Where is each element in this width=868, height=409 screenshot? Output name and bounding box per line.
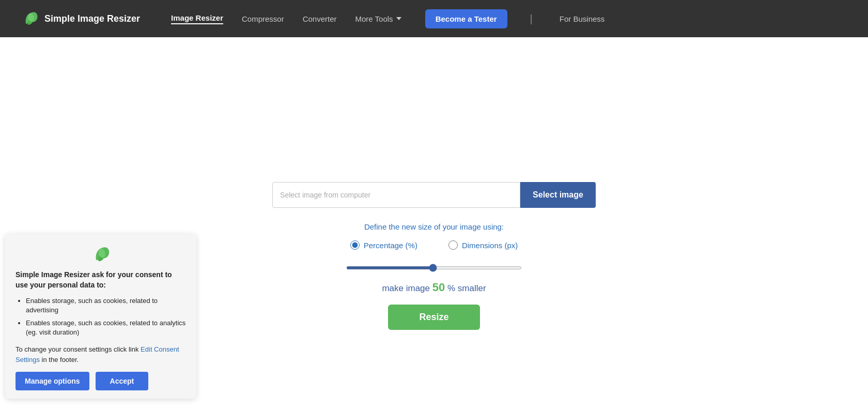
file-input-box[interactable]: Select image from computer [272, 182, 520, 208]
select-image-button[interactable]: Select image [520, 182, 596, 208]
nav-for-business[interactable]: For Business [560, 14, 605, 23]
make-smaller-text: make image 50 % smaller [382, 281, 486, 294]
accept-button[interactable]: Accept [96, 372, 149, 390]
consent-popup: Simple Image Resizer ask for your consen… [5, 234, 196, 399]
logo-icon [21, 9, 39, 28]
consent-logo [16, 244, 186, 265]
nav-converter[interactable]: Converter [303, 14, 337, 23]
slider-container [346, 262, 522, 271]
percentage-radio[interactable] [350, 240, 360, 250]
header: Simple Image Resizer Image Resizer Compr… [0, 0, 868, 37]
consent-logo-icon [90, 244, 111, 265]
percent-smaller-text: % smaller [447, 283, 486, 293]
upload-area: Select image from computer Select image [272, 182, 596, 208]
dimensions-label: Dimensions (px) [462, 241, 518, 250]
consent-footer: To change your consent settings click li… [16, 344, 186, 365]
nav-image-resizer[interactable]: Image Resizer [171, 13, 223, 24]
dimensions-option[interactable]: Dimensions (px) [448, 240, 518, 250]
percentage-option[interactable]: Percentage (%) [350, 240, 417, 250]
main-nav: Image Resizer Compressor Converter More … [171, 9, 847, 28]
consent-item-2: Enables storage, such as cookies, relate… [26, 319, 186, 337]
radio-group: Percentage (%) Dimensions (px) [350, 240, 518, 250]
nav-more-tools[interactable]: More Tools [355, 14, 401, 23]
manage-options-button[interactable]: Manage options [16, 372, 89, 390]
consent-footer-text: To change your consent settings click li… [16, 345, 138, 353]
consent-title: Simple Image Resizer ask for your consen… [16, 270, 186, 290]
chevron-down-icon [396, 17, 401, 20]
become-tester-button[interactable]: Become a Tester [425, 9, 507, 28]
percentage-label: Percentage (%) [364, 241, 417, 250]
resize-button[interactable]: Resize [388, 305, 479, 330]
dimensions-radio[interactable] [448, 240, 458, 250]
consent-buttons: Manage options Accept [16, 372, 186, 390]
nav-compressor[interactable]: Compressor [242, 14, 284, 23]
make-image-text: make image [382, 283, 430, 293]
logo-text: Simple Image Resizer [44, 13, 140, 24]
consent-list: Enables storage, such as cookies, relate… [16, 296, 186, 337]
define-size-label: Define the new size of your image using: [364, 222, 504, 231]
file-input-placeholder: Select image from computer [280, 191, 370, 199]
consent-footer-suffix: in the footer. [42, 356, 79, 363]
logo: Simple Image Resizer [21, 9, 140, 28]
size-slider[interactable] [346, 266, 522, 269]
header-divider: | [530, 13, 533, 25]
consent-item-1: Enables storage, such as cookies, relate… [26, 296, 186, 315]
percent-value: 50 [432, 281, 445, 294]
nav-more-tools-label: More Tools [355, 14, 393, 23]
